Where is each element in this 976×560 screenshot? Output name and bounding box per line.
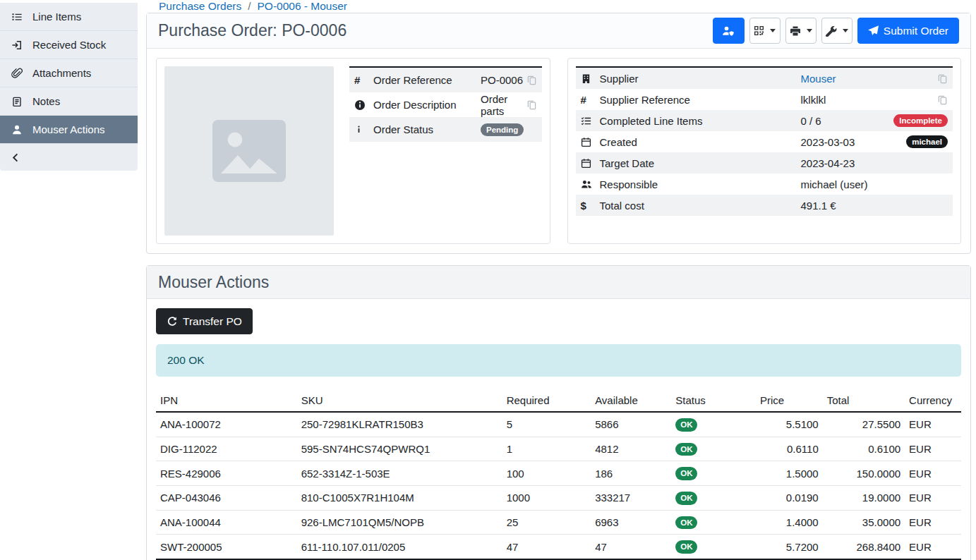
cell-price: 5.5100: [756, 412, 823, 437]
breadcrumb-separator: /: [248, 0, 251, 13]
sidebar-item-notes[interactable]: Notes: [0, 87, 138, 116]
status-badge-pending: Pending: [481, 123, 524, 137]
send-icon: [868, 25, 879, 36]
sidebar-item-attachments[interactable]: Attachments: [0, 59, 138, 87]
cell-total: 150.0000: [823, 461, 905, 486]
cell-price: 0.6110: [756, 437, 823, 461]
cell-currency: EUR: [905, 535, 961, 559]
detail-label: Total cost: [600, 200, 801, 212]
cell-ipn: RES-429006: [156, 461, 297, 486]
detail-row-completed-line-items: Completed Line Items 0 / 6 Incomplete: [576, 110, 953, 131]
cell-total: 268.8400: [823, 535, 905, 559]
detail-row-order-status: Order Status Pending: [349, 117, 542, 142]
ok-status-badge: OK: [675, 467, 697, 480]
image-placeholder-icon: [212, 120, 286, 182]
column-header-available[interactable]: Available: [591, 391, 671, 412]
breadcrumb: Purchase Orders / PO-0006 - Mouser: [146, 0, 971, 13]
purchase-order-header: Purchase Order: PO-0006: [147, 13, 970, 49]
column-header-total[interactable]: Total: [823, 391, 905, 412]
transfer-po-button[interactable]: Transfer PO: [156, 308, 253, 334]
table-row[interactable]: DIG-112022 595-SN74HCS74QPWRQ1 1 4812 OK…: [156, 437, 961, 461]
table-row[interactable]: CAP-043046 810-C1005X7R1H104M 1000 33321…: [156, 485, 961, 510]
detail-row-responsible: Responsible michael (user): [576, 174, 953, 195]
transfer-po-label: Transfer PO: [183, 315, 242, 328]
cell-sku: 810-C1005X7R1H104M: [297, 485, 502, 510]
sidebar-list: Line Items Received Stock Attachments No…: [0, 3, 138, 171]
building-icon: [581, 73, 600, 84]
hash-icon: #: [354, 74, 373, 86]
table-row[interactable]: SWT-200005 611-110.107.011/0205 47 47 OK…: [156, 535, 961, 559]
detail-label: Completed Line Items: [600, 115, 801, 127]
cell-total: 35.0000: [823, 510, 905, 535]
column-header-ipn[interactable]: IPN: [156, 391, 297, 412]
table-row[interactable]: RES-429006 652-3314Z-1-503E 100 186 OK 1…: [156, 461, 961, 486]
copy-icon[interactable]: [937, 95, 948, 105]
cell-available: 6963: [591, 510, 671, 535]
chevron-down-icon: [843, 29, 848, 32]
sidebar-item-mouser-actions[interactable]: Mouser Actions: [0, 116, 138, 144]
cell-ipn: ANA-100044: [156, 510, 297, 535]
cell-sku: 611-110.107.011/0205: [297, 535, 502, 559]
submit-order-button[interactable]: Submit Order: [857, 18, 959, 44]
purchase-order-card: Purchase Order: PO-0006: [146, 13, 971, 254]
detail-row-supplier: Supplier Mouser: [576, 68, 953, 89]
chevron-down-icon: [770, 29, 776, 32]
mouser-actions-body: Transfer PO 200 OK IPN SKU Required Avai…: [147, 299, 970, 560]
cell-sku: 595-SN74HCS74QPWRQ1: [297, 437, 502, 461]
users-icon: [581, 179, 600, 190]
detail-value: michael (user): [801, 178, 948, 190]
detail-row-total-cost: $ Total cost 491.1 €: [576, 195, 953, 216]
cell-price: 1.4000: [756, 510, 823, 535]
sidebar-item-received-stock[interactable]: Received Stock: [0, 31, 138, 59]
cell-currency: EUR: [905, 461, 961, 486]
cell-currency: EUR: [905, 412, 961, 437]
cell-required: 5: [502, 412, 591, 437]
breadcrumb-link-purchase-orders[interactable]: Purchase Orders: [159, 0, 241, 13]
print-actions-button[interactable]: [785, 18, 817, 44]
cell-sku: 926-LMC7101QM5/NOPB: [297, 510, 502, 535]
qr-code-icon: [754, 25, 764, 36]
cell-available: 186: [591, 461, 671, 486]
sidebar-item-line-items[interactable]: Line Items: [0, 3, 138, 31]
detail-row-target-date: Target Date 2023-04-23: [576, 152, 953, 174]
ok-status-badge: OK: [675, 492, 697, 505]
column-header-required[interactable]: Required: [502, 391, 591, 412]
supplier-details-table: Supplier Mouser # Supplier Reference lkl…: [576, 66, 953, 216]
order-details-panel: # Order Reference PO-0006 Order Descript…: [156, 58, 550, 244]
cell-total: 27.5500: [823, 412, 905, 437]
detail-value: 2023-04-23: [801, 157, 948, 169]
column-header-status[interactable]: Status: [671, 391, 756, 412]
detail-row-order-description: Order Description Order parts: [349, 92, 542, 117]
detail-label: Order Reference: [373, 74, 481, 86]
detail-label: Responsible: [600, 178, 801, 190]
column-header-sku[interactable]: SKU: [297, 391, 502, 412]
calendar-icon: [581, 137, 600, 147]
sign-in-icon: [11, 39, 23, 51]
user-badge: michael: [906, 135, 948, 149]
sidebar-item-label: Attachments: [32, 67, 91, 79]
part-thumbnail[interactable]: [164, 66, 334, 236]
table-row[interactable]: ANA-100044 926-LMC7101QM5/NOPB 25 6963 O…: [156, 510, 961, 535]
column-header-currency[interactable]: Currency: [905, 391, 961, 412]
copy-icon[interactable]: [526, 75, 537, 85]
column-header-price[interactable]: Price: [756, 391, 823, 412]
supplier-link[interactable]: Mouser: [801, 73, 836, 85]
copy-icon[interactable]: [526, 99, 537, 110]
page-title: Purchase Order: PO-0006: [158, 21, 347, 40]
barcode-actions-button[interactable]: [749, 18, 781, 44]
header-toolbar: Submit Order: [713, 18, 959, 44]
user-permissions-button[interactable]: [713, 18, 745, 44]
user-shield-icon: [722, 25, 735, 37]
copy-icon[interactable]: [937, 73, 948, 84]
order-options-button[interactable]: [821, 18, 853, 44]
detail-value: PO-0006: [481, 74, 526, 86]
breadcrumb-link-current-order[interactable]: PO-0006 - Mouser: [257, 0, 347, 13]
detail-value: 2023-03-03: [801, 136, 907, 148]
line-items-table: IPN SKU Required Available Status Price …: [156, 391, 961, 560]
chevron-down-icon: [807, 29, 812, 32]
cell-status: OK: [671, 412, 756, 437]
calendar-icon: [581, 158, 600, 169]
status-alert: 200 OK: [156, 344, 961, 377]
sidebar-collapse-button[interactable]: [0, 144, 138, 171]
table-row[interactable]: ANA-100072 250-72981KLRATR150B3 5 5866 O…: [156, 412, 961, 437]
